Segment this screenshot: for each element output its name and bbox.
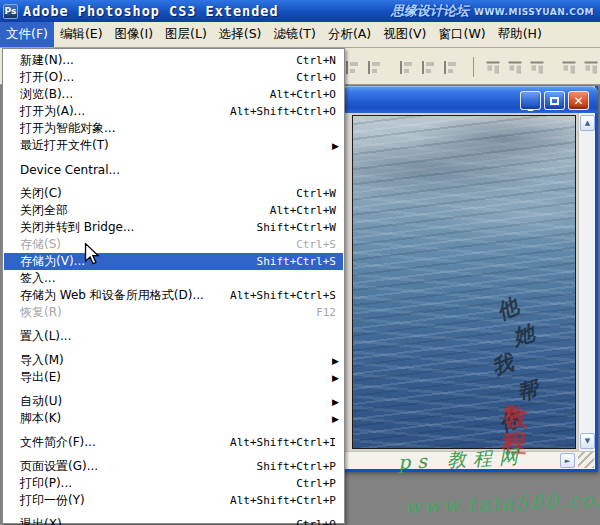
photoshop-logo-icon: Ps bbox=[3, 4, 18, 19]
distribute-horizontal-centers-icon[interactable] bbox=[585, 60, 598, 74]
scroll-up-button[interactable]: ▲ bbox=[580, 115, 595, 131]
submenu-arrow-icon: ▶ bbox=[332, 373, 339, 383]
menu-item-shortcut: Ctrl+P bbox=[296, 477, 336, 490]
menu-item-label: 打开为智能对象... bbox=[20, 120, 115, 137]
menu-item-shortcut: Alt+Shift+Ctrl+O bbox=[230, 105, 336, 118]
titlebar-watermark: 思缘设计论坛 WWW.MISSYUAN.COM bbox=[391, 2, 594, 20]
watermark-site-url: www.tata580.com bbox=[404, 487, 600, 518]
menu-item[interactable]: 打开(O)...Ctrl+O bbox=[4, 69, 343, 86]
maximize-button[interactable] bbox=[544, 91, 565, 110]
menu-separator bbox=[5, 157, 342, 158]
close-icon: ✕ bbox=[573, 94, 583, 108]
menubar-item[interactable]: 帮助(H) bbox=[492, 22, 548, 47]
menu-item-shortcut: Ctrl+W bbox=[296, 187, 336, 200]
menubar-item[interactable]: 滤镜(T) bbox=[267, 22, 321, 47]
menu-item[interactable]: 新建(N)...Ctrl+N bbox=[4, 52, 343, 69]
scroll-down-button[interactable]: ▼ bbox=[580, 433, 595, 449]
menu-item-shortcut: Ctrl+O bbox=[296, 71, 336, 84]
menubar-item[interactable]: 图像(I) bbox=[109, 22, 159, 47]
menu-separator bbox=[5, 348, 342, 349]
menu-item[interactable]: Device Central... bbox=[4, 161, 343, 178]
menu-item[interactable]: 最近打开文件(T)▶ bbox=[4, 137, 343, 154]
window-controls: _ ✕ bbox=[520, 91, 589, 110]
align-horizontal-centers-icon[interactable] bbox=[421, 61, 435, 74]
menu-item[interactable]: 打印(P)...Ctrl+P bbox=[4, 475, 343, 492]
document-titlebar[interactable]: _ ✕ bbox=[342, 86, 598, 113]
menubar-item[interactable]: 编辑(E) bbox=[54, 22, 109, 47]
close-button[interactable]: ✕ bbox=[568, 91, 589, 110]
menu-item[interactable]: 关闭全部Alt+Ctrl+W bbox=[4, 202, 343, 219]
menu-item[interactable]: 导出(E)▶ bbox=[4, 369, 343, 386]
water-photo-canvas[interactable] bbox=[352, 115, 576, 449]
menu-bar: 文件(F)编辑(E)图像(I)图层(L)选择(S)滤镜(T)分析(A)视图(V)… bbox=[0, 22, 600, 48]
menu-separator bbox=[5, 512, 342, 513]
menu-item-label: Device Central... bbox=[20, 163, 120, 177]
distribute-vertical-icon[interactable] bbox=[345, 61, 359, 74]
menubar-item[interactable]: 窗口(W) bbox=[433, 22, 492, 47]
resize-grip[interactable] bbox=[578, 452, 594, 468]
submenu-arrow-icon: ▶ bbox=[332, 397, 339, 407]
menubar-item[interactable]: 分析(A) bbox=[322, 22, 377, 47]
menu-separator bbox=[5, 430, 342, 431]
menu-item-label: 导出(E) bbox=[20, 369, 61, 386]
menu-item-shortcut: Alt+Shift+Ctrl+S bbox=[230, 289, 336, 302]
menu-item-label: 退出(X) bbox=[20, 516, 62, 525]
menu-item-shortcut: Ctrl+S bbox=[296, 238, 336, 251]
file-menu: 新建(N)...Ctrl+N打开(O)...Ctrl+O浏览(B)...Alt+… bbox=[2, 48, 345, 524]
icon-group bbox=[395, 61, 461, 74]
menubar-item[interactable]: 选择(S) bbox=[213, 22, 268, 47]
menu-item-label: 打开为(A)... bbox=[20, 103, 85, 120]
menu-item: 存储(S)Ctrl+S bbox=[4, 236, 343, 253]
menu-item[interactable]: 存储为 Web 和设备所用格式(D)...Alt+Shift+Ctrl+S bbox=[4, 287, 343, 304]
submenu-arrow-icon: ▶ bbox=[332, 141, 339, 151]
menu-item[interactable]: 页面设置(G)...Shift+Ctrl+P bbox=[4, 458, 343, 475]
menu-item[interactable]: 关闭(C)Ctrl+W bbox=[4, 185, 343, 202]
menu-item[interactable]: 浏览(B)...Alt+Ctrl+O bbox=[4, 86, 343, 103]
menubar-item[interactable]: 图层(L) bbox=[159, 22, 213, 47]
menu-item[interactable]: 置入(L)... bbox=[4, 328, 343, 345]
menu-item-label: 浏览(B)... bbox=[20, 86, 73, 103]
minimize-button[interactable]: _ bbox=[520, 91, 541, 110]
align-top-edges-icon[interactable] bbox=[487, 60, 500, 74]
menu-item-shortcut: Alt+Shift+Ctrl+P bbox=[230, 494, 336, 507]
document-window: _ ✕ ▲ ▼ ► bbox=[342, 86, 598, 472]
menu-item[interactable]: 退出(X)Ctrl+Q bbox=[4, 516, 343, 525]
menubar-item[interactable]: 文件(F) bbox=[0, 22, 54, 47]
menu-item-label: 导入(M) bbox=[20, 352, 64, 369]
menu-item-label: 最近打开文件(T) bbox=[20, 137, 109, 154]
menu-item-shortcut: Alt+Shift+Ctrl+I bbox=[230, 436, 336, 449]
icon-group bbox=[482, 61, 548, 74]
align-left-edges-icon[interactable] bbox=[399, 61, 413, 74]
vertical-scrollbar[interactable]: ▲ ▼ bbox=[578, 113, 595, 451]
distribute-left-icon[interactable] bbox=[563, 60, 576, 74]
menu-item-label: 页面设置(G)... bbox=[20, 458, 98, 475]
menu-item[interactable]: 导入(M)▶ bbox=[4, 352, 343, 369]
menu-item: 恢复(R)F12 bbox=[4, 304, 343, 321]
photoshop-app-window: Ps Adobe Photoshop CS3 Extended 思缘设计论坛 W… bbox=[0, 0, 600, 525]
menu-item-shortcut: Ctrl+Q bbox=[296, 518, 336, 525]
menu-item-label: 存储为(V)... bbox=[20, 253, 85, 270]
menu-item[interactable]: 存储为(V)...Shift+Ctrl+S bbox=[4, 253, 343, 270]
menu-item[interactable]: 签入... bbox=[4, 270, 343, 287]
menu-item-label: 存储为 Web 和设备所用格式(D)... bbox=[20, 287, 204, 304]
align-right-edges-icon[interactable] bbox=[443, 61, 457, 74]
menu-item-label: 打印一份(Y) bbox=[20, 492, 85, 509]
options-separator bbox=[473, 57, 474, 77]
distribute-bottom-icon[interactable] bbox=[367, 61, 381, 74]
scroll-right-button[interactable]: ► bbox=[560, 453, 575, 468]
align-bottom-edges-icon[interactable] bbox=[531, 60, 544, 74]
menu-item[interactable]: 文件简介(F)...Alt+Shift+Ctrl+I bbox=[4, 434, 343, 451]
menu-item-label: 文件简介(F)... bbox=[20, 434, 96, 451]
icon-group bbox=[341, 61, 385, 74]
menu-item-shortcut: Shift+Ctrl+W bbox=[257, 221, 336, 234]
menu-item[interactable]: 打开为智能对象... bbox=[4, 120, 343, 137]
submenu-arrow-icon: ▶ bbox=[332, 356, 339, 366]
menu-item[interactable]: 关闭并转到 Bridge...Shift+Ctrl+W bbox=[4, 219, 343, 236]
menu-item[interactable]: 打印一份(Y)Alt+Shift+Ctrl+P bbox=[4, 492, 343, 509]
horizontal-scrollbar[interactable]: ► bbox=[345, 451, 595, 469]
align-vertical-centers-icon[interactable] bbox=[509, 60, 522, 74]
menubar-item[interactable]: 视图(V) bbox=[377, 22, 432, 47]
menu-item[interactable]: 打开为(A)...Alt+Shift+Ctrl+O bbox=[4, 103, 343, 120]
menu-item[interactable]: 自动(U)▶ bbox=[4, 393, 343, 410]
menu-item[interactable]: 脚本(K)▶ bbox=[4, 410, 343, 427]
